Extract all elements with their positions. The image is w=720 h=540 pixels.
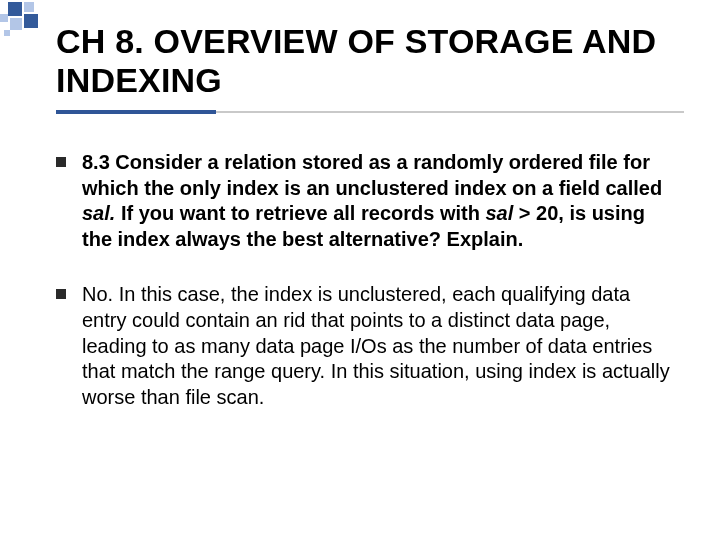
slide-title: CH 8. OVERVIEW OF STORAGE AND INDEXING	[56, 22, 684, 100]
list-item: No. In this case, the index is uncluster…	[56, 282, 676, 410]
bullet-icon	[56, 289, 66, 299]
question-text: 8.3 Consider a relation stored as a rand…	[82, 150, 676, 252]
body-content: 8.3 Consider a relation stored as a rand…	[56, 150, 676, 440]
slide: CH 8. OVERVIEW OF STORAGE AND INDEXING 8…	[0, 0, 720, 540]
bullet-icon	[56, 157, 66, 167]
list-item: 8.3 Consider a relation stored as a rand…	[56, 150, 676, 252]
title-underline	[56, 110, 684, 114]
answer-text: No. In this case, the index is uncluster…	[82, 282, 676, 410]
title-block: CH 8. OVERVIEW OF STORAGE AND INDEXING	[56, 22, 684, 114]
corner-decoration	[0, 0, 40, 40]
